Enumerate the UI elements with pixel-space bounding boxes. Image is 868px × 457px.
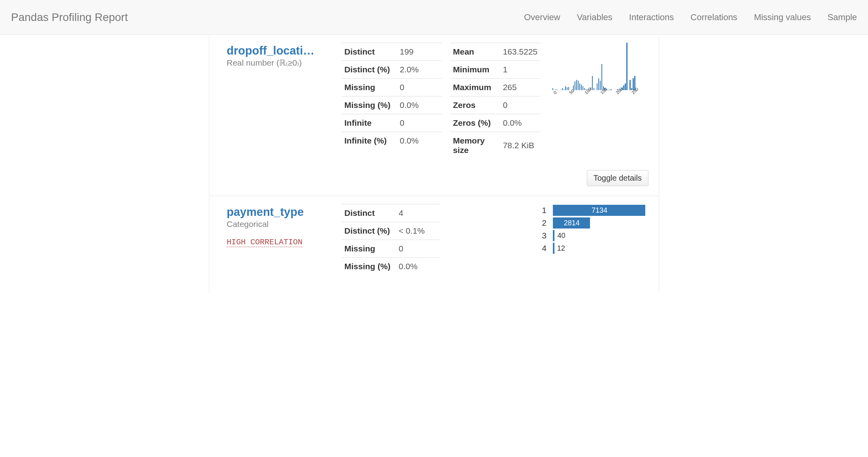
variable-type: Real number (ℝ₍≥0₎) bbox=[227, 58, 333, 68]
freq-category: 2 bbox=[539, 217, 550, 229]
nav-overview[interactable]: Overview bbox=[524, 12, 560, 23]
hist-bar bbox=[611, 89, 611, 90]
hist-bar bbox=[565, 86, 566, 90]
hist-bar bbox=[552, 88, 553, 90]
variable-type: Categorical bbox=[227, 219, 333, 229]
stat-value: 265 bbox=[500, 79, 541, 96]
stat-value: 0 bbox=[500, 96, 541, 114]
stat-row: Mean163.5225 bbox=[450, 43, 541, 61]
hist-bar bbox=[582, 86, 583, 90]
stat-value: 0 bbox=[396, 79, 442, 96]
stat-value: 0.0% bbox=[396, 96, 442, 114]
hist-bar bbox=[560, 90, 561, 90]
stat-label: Infinite (%) bbox=[341, 132, 396, 150]
stat-row: Missing (%)0.0% bbox=[341, 258, 440, 276]
stat-value: < 0.1% bbox=[396, 222, 440, 240]
navbar-nav: Overview Variables Interactions Correlat… bbox=[524, 12, 857, 23]
freq-row: 412 bbox=[539, 242, 648, 255]
freq-row: 17134 bbox=[539, 204, 648, 217]
freq-bar: 40 bbox=[554, 230, 554, 241]
hist-bar bbox=[594, 88, 594, 90]
stat-row: Memory size78.2 KiB bbox=[450, 132, 541, 159]
freq-row: 22814 bbox=[539, 217, 648, 229]
variable-payment-type: payment_type Categorical HIGH CORRELATIO… bbox=[209, 196, 659, 293]
nav-correlations[interactable]: Correlations bbox=[691, 12, 738, 23]
stat-row: Distinct (%)< 0.1% bbox=[341, 222, 440, 240]
nav-missing-values[interactable]: Missing values bbox=[754, 12, 811, 23]
navbar-brand: Pandas Profiling Report bbox=[11, 11, 128, 24]
warning-badge: HIGH CORRELATION bbox=[227, 238, 302, 247]
stat-row: Missing0 bbox=[341, 240, 440, 258]
freq-count: 40 bbox=[558, 232, 566, 240]
stats-table: Distinct4Distinct (%)< 0.1%Missing0Missi… bbox=[341, 204, 440, 275]
stat-label: Distinct bbox=[341, 204, 396, 222]
stat-label: Missing (%) bbox=[341, 258, 396, 276]
freq-category: 1 bbox=[539, 204, 550, 217]
stat-row: Minimum1 bbox=[450, 61, 541, 79]
nav-variables[interactable]: Variables bbox=[577, 12, 612, 23]
stat-row: Missing (%)0.0% bbox=[341, 96, 442, 114]
stat-value: 2.0% bbox=[396, 61, 442, 79]
hist-bar bbox=[625, 83, 626, 90]
stat-row: Distinct4 bbox=[341, 204, 440, 222]
hist-bar bbox=[597, 83, 597, 90]
stat-label: Zeros bbox=[450, 96, 500, 114]
nav-interactions[interactable]: Interactions bbox=[629, 12, 674, 23]
hist-bar bbox=[579, 83, 580, 90]
toggle-details-button[interactable]: Toggle details bbox=[587, 170, 648, 186]
stat-value: 78.2 KiB bbox=[500, 132, 541, 159]
hist-bar bbox=[557, 90, 558, 90]
stat-label: Infinite bbox=[341, 114, 396, 132]
stat-value: 0 bbox=[396, 240, 440, 258]
stat-label: Minimum bbox=[450, 61, 500, 79]
variable-name[interactable]: payment_type bbox=[227, 206, 333, 219]
hist-bar bbox=[575, 81, 575, 90]
stat-label: Distinct bbox=[341, 43, 396, 61]
hist-bar bbox=[578, 81, 579, 90]
freq-count: 7134 bbox=[592, 206, 607, 215]
stat-value: 0 bbox=[396, 114, 442, 132]
freq-bar: 7134 bbox=[554, 205, 645, 216]
hist-bar bbox=[576, 80, 577, 90]
hist-bar bbox=[598, 78, 599, 90]
stat-row: Zeros0 bbox=[450, 96, 541, 114]
freq-category: 3 bbox=[539, 229, 550, 242]
stat-row: Maximum265 bbox=[450, 79, 541, 96]
nav-sample[interactable]: Sample bbox=[827, 12, 857, 23]
stat-label: Missing bbox=[341, 240, 396, 258]
stat-row: Distinct (%)2.0% bbox=[341, 61, 442, 79]
stat-label: Distinct (%) bbox=[341, 61, 396, 79]
stat-label: Memory size bbox=[450, 132, 500, 159]
hist-bar bbox=[568, 87, 569, 90]
stat-value: 1 bbox=[500, 61, 541, 79]
stat-value: 199 bbox=[396, 43, 442, 61]
mini-histogram: 050100150200250 bbox=[552, 43, 635, 94]
variable-name[interactable]: dropoff_locati… bbox=[227, 44, 333, 57]
stat-value: 4 bbox=[396, 204, 440, 222]
freq-row: 340 bbox=[539, 229, 648, 242]
stat-label: Maximum bbox=[450, 79, 500, 96]
freq-count: 12 bbox=[557, 244, 565, 253]
freq-count: 2814 bbox=[564, 219, 580, 227]
stat-row: Missing0 bbox=[341, 79, 442, 96]
frequency-table: 1713422814340412 bbox=[539, 204, 648, 255]
hist-bar bbox=[601, 64, 602, 90]
stat-label: Missing (%) bbox=[341, 96, 396, 114]
stat-label: Missing bbox=[341, 79, 396, 96]
stat-label: Zeros (%) bbox=[450, 114, 500, 132]
freq-bar: 12 bbox=[554, 243, 554, 254]
freq-category: 4 bbox=[539, 242, 550, 255]
hist-bar bbox=[562, 88, 563, 90]
stats-table-b: Mean163.5225Minimum1Maximum265Zeros0Zero… bbox=[450, 43, 541, 159]
hist-bar bbox=[626, 43, 627, 90]
hist-bar bbox=[567, 87, 567, 90]
stat-label: Distinct (%) bbox=[341, 222, 396, 240]
axis-tick: 0 bbox=[552, 90, 558, 95]
freq-bar: 2814 bbox=[554, 217, 590, 228]
stat-row: Zeros (%)0.0% bbox=[450, 114, 541, 132]
hist-bar bbox=[600, 81, 601, 90]
hist-bar bbox=[629, 80, 630, 90]
stat-row: Infinite0 bbox=[341, 114, 442, 132]
hist-bar bbox=[564, 89, 564, 90]
stat-row: Infinite (%)0.0% bbox=[341, 132, 442, 150]
